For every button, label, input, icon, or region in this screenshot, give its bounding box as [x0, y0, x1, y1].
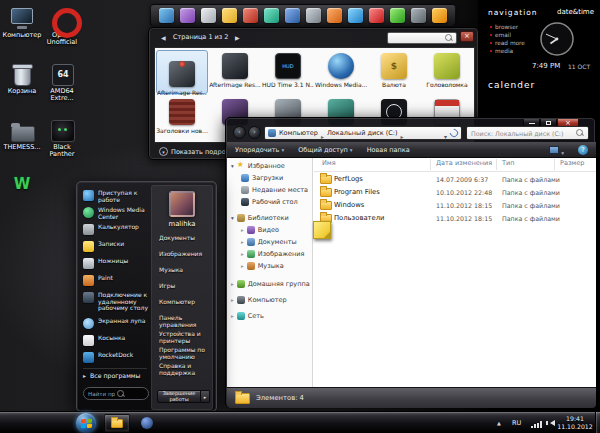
page-prev-icon[interactable]: ◀: [161, 34, 166, 41]
gadget-search-input[interactable]: [387, 32, 457, 44]
new-folder-button[interactable]: Новая папка: [367, 146, 410, 154]
nav-computer[interactable]: Компьютер: [231, 296, 287, 304]
dock-icon-browser[interactable]: [348, 8, 363, 23]
help-icon[interactable]: [578, 145, 588, 155]
organize-button[interactable]: Упорядочить: [235, 146, 284, 154]
file-row-users[interactable]: Пользователи 11.10.2012 18:15 Папка с фа…: [314, 212, 596, 225]
explorer-search-input[interactable]: Поиск: Локальный диск (C:): [466, 126, 589, 140]
close-icon[interactable]: [460, 31, 474, 42]
nav-documents[interactable]: Документы: [241, 238, 297, 246]
sidebar-link-read-more[interactable]: read more: [490, 40, 525, 46]
page-next-icon[interactable]: ▶: [235, 34, 240, 41]
nav-music[interactable]: Музыка: [241, 262, 284, 270]
share-button[interactable]: Общий доступ: [298, 146, 352, 154]
breadcrumb-local-disk[interactable]: Локальный диск (C:): [327, 129, 398, 137]
column-header-type[interactable]: Тип: [502, 159, 514, 167]
dock-icon-globe[interactable]: [285, 8, 300, 23]
desktop-icon-opera[interactable]: Opera Unofficial: [42, 6, 82, 47]
start-item-help-support[interactable]: Справка и поддержка: [159, 363, 213, 376]
nav-libraries[interactable]: Библиотеки: [231, 214, 289, 222]
breadcrumb-separator-icon[interactable]: [401, 124, 404, 143]
start-item-remote-desktop[interactable]: Подключение к удаленному рабочему столу: [83, 292, 151, 312]
nav-downloads[interactable]: Загрузки: [241, 174, 283, 182]
user-avatar[interactable]: [169, 191, 195, 217]
start-item-computer[interactable]: Компьютер: [159, 299, 213, 306]
start-item-rocketdock[interactable]: RocketDock: [83, 352, 151, 363]
start-item-control-panel[interactable]: Панель управления: [159, 315, 213, 328]
dock-icon-media-player[interactable]: [159, 8, 174, 23]
collapse-icon[interactable]: [231, 214, 234, 222]
gadget-item[interactable]: Windows Media...: [315, 50, 367, 94]
taskbar-clock[interactable]: 19:41 11.10.2012: [556, 415, 594, 431]
dock-icon-photos[interactable]: [180, 8, 195, 23]
show-desktop-button[interactable]: [595, 412, 600, 433]
shutdown-button[interactable]: Завершение работы: [157, 390, 201, 403]
desktop-icon-black-panther[interactable]: Black Panther: [42, 118, 82, 159]
collapse-icon[interactable]: [231, 162, 234, 170]
nav-pictures[interactable]: Изображения: [241, 250, 304, 258]
breadcrumb-separator-icon[interactable]: [321, 124, 324, 143]
gadget-item[interactable]: AfterImage Res...: [209, 50, 261, 94]
start-item-games[interactable]: Игры: [159, 283, 213, 290]
start-item-music[interactable]: Музыка: [159, 267, 213, 274]
start-item-devices-printers[interactable]: Устройства и принтеры: [159, 331, 213, 344]
nav-network[interactable]: Сеть: [231, 312, 264, 320]
file-row-program-files[interactable]: Program Files 10.10.2012 22:48 Папка с ф…: [314, 186, 596, 199]
gadget-item[interactable]: Головоломка: [421, 50, 473, 94]
sidebar-link-media[interactable]: media: [490, 48, 513, 54]
back-button[interactable]: ‹: [233, 126, 246, 139]
start-item-paint[interactable]: Paint: [83, 275, 151, 286]
dock-icon-reader[interactable]: [306, 8, 321, 23]
start-item-media-center[interactable]: Windows Media Center: [83, 207, 151, 220]
refresh-icon[interactable]: [448, 127, 459, 138]
dock-icon-star-app[interactable]: [222, 8, 237, 23]
desktop-icon-winamp[interactable]: [2, 172, 42, 198]
sidebar-link-email[interactable]: email: [490, 32, 511, 38]
gadget-item[interactable]: Afterimage Res...: [156, 50, 208, 94]
nav-recent-places[interactable]: Недавние места: [241, 186, 308, 194]
expand-icon[interactable]: [241, 226, 244, 234]
taskbar-media-player-button[interactable]: [134, 414, 160, 432]
gadget-item[interactable]: HUD Time 3.1 N...: [262, 50, 314, 94]
dock-icon-chat[interactable]: [264, 8, 279, 23]
column-header-modified[interactable]: Дата изменения: [436, 159, 492, 167]
forward-button[interactable]: ›: [248, 126, 261, 139]
desktop-icon-computer[interactable]: Компьютер: [2, 6, 42, 39]
file-row-windows[interactable]: Windows 11.10.2012 18:15 Папка с файлами: [314, 199, 596, 212]
desktop-icon-amd64[interactable]: AMD64 Extre...: [42, 62, 82, 103]
start-item-snipping-tool[interactable]: Ножницы: [83, 258, 151, 269]
dock-icon-mail[interactable]: [327, 8, 342, 23]
sidebar-link-browser[interactable]: browser: [490, 24, 518, 30]
expand-icon[interactable]: [241, 262, 244, 270]
change-view-button[interactable]: [549, 140, 564, 159]
column-header-name[interactable]: Имя: [322, 159, 336, 167]
dock-icon-settings[interactable]: [411, 8, 426, 23]
start-item-documents[interactable]: Документы: [159, 235, 213, 242]
expand-icon[interactable]: [231, 296, 234, 304]
start-item-pictures[interactable]: Изображения: [159, 251, 213, 258]
all-programs-button[interactable]: Все программы: [83, 372, 140, 379]
start-item-magnifier[interactable]: Экранная лупа: [83, 318, 151, 329]
start-item-sticky-notes[interactable]: Записки: [83, 241, 151, 252]
shutdown-options-icon[interactable]: [201, 390, 210, 403]
gadget-item[interactable]: Заголовки нов...: [156, 96, 208, 140]
sticky-note-gadget[interactable]: [313, 221, 331, 239]
start-item-getting-started[interactable]: Приступая к работе: [83, 190, 151, 203]
address-bar[interactable]: Компьютер Локальный диск (C:): [264, 126, 462, 140]
dock-icon-close-app[interactable]: [369, 8, 384, 23]
address-dropdown-icon[interactable]: [444, 124, 447, 143]
nav-desktop[interactable]: Рабочий стол: [241, 198, 298, 206]
nav-videos[interactable]: Видео: [241, 226, 279, 234]
column-header-size[interactable]: Размер: [560, 159, 584, 167]
taskbar-explorer-button[interactable]: [104, 414, 130, 432]
breadcrumb-computer[interactable]: Компьютер: [279, 129, 318, 137]
start-search-input[interactable]: Найти программы и файлы: [83, 387, 149, 400]
tray-expand-icon[interactable]: [497, 420, 501, 426]
desktop-icon-themes[interactable]: THEMESS...: [2, 118, 42, 151]
start-item-default-programs[interactable]: Программы по умолчанию: [159, 347, 213, 360]
start-item-calculator[interactable]: Калькулятор: [83, 224, 151, 235]
gadget-item[interactable]: Валюта: [368, 50, 420, 94]
expand-icon[interactable]: [241, 250, 244, 258]
username[interactable]: malihka: [152, 220, 212, 228]
nav-favorites[interactable]: Избранное: [231, 162, 285, 170]
